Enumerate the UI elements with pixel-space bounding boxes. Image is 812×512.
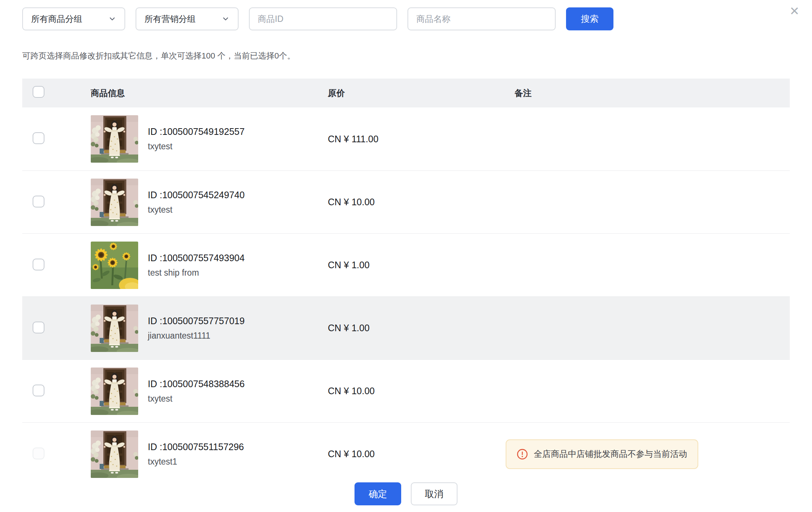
product-select-dialog: 所有商品分组 所有营销分组 搜索 ✕ 可跨页选择商品修改折扣或其它信息，单次可选… [0, 0, 812, 512]
remark-badge: 全店商品中店铺批发商品不参与当前活动 [506, 439, 698, 469]
product-info: ID :1005007548388456 txytest [148, 379, 244, 404]
product-name: txytest [148, 142, 244, 152]
dialog-footer: 确定 取消 [0, 482, 812, 505]
column-header-product: 商品信息 [91, 87, 328, 99]
product-group-select[interactable]: 所有商品分组 [22, 7, 125, 30]
product-name: jianxuantest1111 [148, 331, 244, 341]
product-image [91, 115, 138, 163]
cancel-button[interactable]: 取消 [411, 482, 457, 505]
product-table-body: ID :1005007549192557 txytest CN ¥ 111.00… [22, 107, 790, 485]
row-checkbox[interactable] [33, 448, 44, 459]
row-checkbox[interactable] [33, 259, 44, 270]
chevron-down-icon [108, 15, 116, 23]
product-info: ID :1005007551157296 txytest1 [148, 442, 244, 467]
table-row: ID :1005007549192557 txytest CN ¥ 111.00 [22, 107, 790, 170]
row-checkbox[interactable] [33, 196, 44, 207]
product-image [91, 179, 138, 226]
product-price: CN ¥ 111.00 [328, 134, 506, 144]
confirm-button[interactable]: 确定 [355, 482, 401, 505]
row-checkbox[interactable] [33, 322, 44, 333]
row-checkbox[interactable] [33, 385, 44, 396]
product-image [91, 368, 138, 415]
warning-icon [517, 449, 528, 460]
marketing-group-select-value: 所有营销分组 [144, 13, 196, 25]
table-row: ID :1005007545249740 txytest CN ¥ 10.00 [22, 170, 790, 233]
product-price: CN ¥ 1.00 [328, 323, 506, 333]
product-id: ID :1005007549192557 [148, 126, 244, 137]
product-price: CN ¥ 10.00 [328, 449, 506, 459]
table-row: ID :1005007548388456 txytest CN ¥ 10.00 [22, 359, 790, 422]
product-name: txytest1 [148, 457, 244, 467]
product-id: ID :1005007548388456 [148, 379, 244, 389]
table-row: ID :1005007557493904 test ship from CN ¥… [22, 233, 790, 296]
product-image [91, 305, 138, 352]
column-header-remark: 备注 [506, 87, 790, 99]
remark-text: 全店商品中店铺批发商品不参与当前活动 [534, 448, 687, 460]
product-price: CN ¥ 1.00 [328, 260, 506, 270]
product-info: ID :1005007549192557 txytest [148, 126, 244, 152]
product-name: test ship from [148, 268, 244, 278]
close-icon[interactable]: ✕ [789, 5, 799, 17]
product-id: ID :1005007557493904 [148, 253, 244, 263]
table-row: ID :1005007557757019 jianxuantest1111 CN… [22, 296, 790, 359]
row-checkbox[interactable] [33, 132, 44, 144]
product-image [91, 242, 138, 289]
product-id: ID :1005007551157296 [148, 442, 244, 452]
selection-hint: 可跨页选择商品修改折扣或其它信息，单次可选择100 个，当前已选择0个。 [22, 50, 295, 61]
product-group-select-value: 所有商品分组 [31, 13, 82, 25]
product-id: ID :1005007545249740 [148, 190, 244, 200]
product-info: ID :1005007557757019 jianxuantest1111 [148, 316, 244, 341]
product-price: CN ¥ 10.00 [328, 386, 506, 396]
product-price: CN ¥ 10.00 [328, 197, 506, 207]
product-table: 商品信息 原价 备注 ID :1005007549192557 txytest … [22, 79, 790, 485]
search-button[interactable]: 搜索 [566, 7, 613, 30]
product-image [91, 430, 138, 478]
chevron-down-icon [222, 15, 230, 23]
product-id: ID :1005007557757019 [148, 316, 244, 326]
product-info: ID :1005007557493904 test ship from [148, 253, 244, 278]
product-name-input[interactable] [407, 7, 556, 30]
table-row: ID :1005007551157296 txytest1 CN ¥ 10.00… [22, 422, 790, 485]
product-name: txytest [148, 394, 244, 404]
product-name: txytest [148, 205, 244, 215]
filter-bar: 所有商品分组 所有营销分组 搜索 [22, 7, 613, 30]
select-all-checkbox[interactable] [33, 86, 44, 98]
column-header-price: 原价 [328, 87, 506, 99]
marketing-group-select[interactable]: 所有营销分组 [136, 7, 239, 30]
product-info: ID :1005007545249740 txytest [148, 190, 244, 215]
table-header: 商品信息 原价 备注 [22, 79, 790, 107]
product-id-input[interactable] [249, 7, 397, 30]
